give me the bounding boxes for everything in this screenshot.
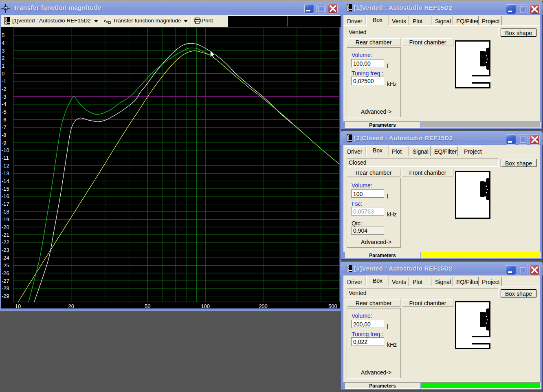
svg-text:200: 200 xyxy=(259,303,268,308)
svg-text:-21: -21 xyxy=(2,232,9,238)
svg-text:-13: -13 xyxy=(2,170,9,176)
svg-text:-10: -10 xyxy=(2,147,9,153)
svg-text:100: 100 xyxy=(201,303,210,308)
svg-text:-12: -12 xyxy=(2,163,9,169)
svg-text:-26: -26 xyxy=(2,270,9,276)
svg-text:-19: -19 xyxy=(2,216,9,222)
svg-text:50: 50 xyxy=(145,303,150,308)
svg-text:-15: -15 xyxy=(2,186,9,192)
svg-text:-24: -24 xyxy=(2,255,9,261)
svg-text:-3: -3 xyxy=(2,94,7,100)
svg-text:-16: -16 xyxy=(2,193,9,199)
svg-text:10: 10 xyxy=(15,303,21,308)
svg-text:-22: -22 xyxy=(2,239,9,245)
svg-text:20: 20 xyxy=(68,303,74,308)
svg-text:5: 5 xyxy=(2,32,4,38)
svg-text:-4: -4 xyxy=(2,101,7,107)
svg-text:-9: -9 xyxy=(2,140,7,146)
svg-text:-28: -28 xyxy=(2,285,9,291)
svg-text:-20: -20 xyxy=(2,224,9,230)
svg-text:-27: -27 xyxy=(2,278,9,284)
svg-text:1: 1 xyxy=(2,63,4,69)
svg-text:-23: -23 xyxy=(2,247,9,253)
svg-text:-7: -7 xyxy=(2,124,7,130)
svg-text:-14: -14 xyxy=(2,178,9,184)
svg-text:4: 4 xyxy=(2,40,4,46)
svg-text:-17: -17 xyxy=(2,201,9,207)
svg-text:-18: -18 xyxy=(2,209,9,215)
svg-text:-1: -1 xyxy=(2,78,7,84)
svg-text:-5: -5 xyxy=(2,109,7,115)
svg-text:0: 0 xyxy=(2,70,4,77)
svg-text:-25: -25 xyxy=(2,262,9,269)
svg-text:-29: -29 xyxy=(2,293,9,299)
svg-text:-2: -2 xyxy=(2,86,7,92)
svg-text:-11: -11 xyxy=(2,155,9,161)
svg-text:-8: -8 xyxy=(2,132,7,138)
svg-text:-6: -6 xyxy=(2,117,7,123)
svg-text:2: 2 xyxy=(2,55,4,61)
svg-text:500: 500 xyxy=(328,303,337,308)
svg-text:3: 3 xyxy=(2,48,4,54)
